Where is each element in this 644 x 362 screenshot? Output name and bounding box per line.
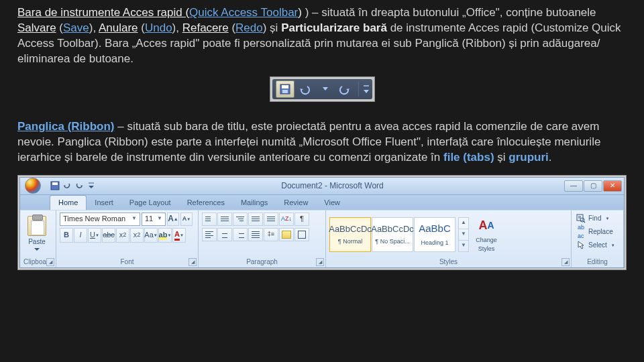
align-left-button[interactable] — [202, 228, 217, 241]
italic-button[interactable]: I — [74, 228, 87, 243]
find-icon — [576, 214, 586, 223]
paste-icon — [28, 216, 46, 236]
decrease-indent-button[interactable] — [248, 213, 263, 226]
styles-gallery-more[interactable]: ▲▼▼ — [458, 217, 469, 252]
font-size-combo[interactable]: 11▼ — [142, 213, 166, 226]
close-button[interactable]: ✕ — [603, 180, 622, 192]
svg-rect-5 — [52, 182, 58, 185]
paste-button[interactable]: Paste — [23, 213, 50, 255]
tab-view[interactable]: View — [316, 196, 348, 210]
font-color-button[interactable]: A▼ — [172, 228, 186, 243]
increase-indent-button[interactable] — [264, 213, 278, 226]
numbering-button[interactable] — [217, 213, 232, 226]
mini-undo-icon[interactable] — [62, 180, 72, 191]
strikethrough-button[interactable]: abc — [102, 228, 115, 243]
tab-page-layout[interactable]: Page Layout — [121, 196, 179, 210]
bold-button[interactable]: B — [60, 228, 73, 243]
bullets-button[interactable] — [202, 213, 217, 226]
qat-save-button[interactable] — [276, 80, 294, 98]
align-center-button[interactable] — [217, 228, 232, 241]
ribbon-figure: Document2 - Microsoft Word — ▢ ✕ Home In… — [17, 175, 627, 270]
underline-button[interactable]: U▼ — [88, 228, 101, 243]
paragraph-dialog-launcher[interactable]: ◢ — [316, 258, 324, 266]
qat-figure — [17, 76, 627, 102]
group-styles: AaBbCcDc¶ Normal AaBbCcDc¶ No Spaci... A… — [326, 210, 572, 267]
multilevel-button[interactable] — [233, 213, 248, 226]
borders-button[interactable] — [294, 228, 309, 241]
change-styles-button[interactable]: AA Change Styles — [472, 216, 501, 252]
show-hide-button[interactable]: ¶ — [294, 213, 309, 226]
chevron-down-icon — [34, 248, 40, 251]
group-paragraph: AZ↓ ¶ ‡≡ Paragraph ◢ — [199, 210, 326, 267]
tab-home[interactable]: Home — [50, 195, 87, 210]
tab-references[interactable]: References — [179, 196, 233, 210]
select-icon — [576, 241, 586, 250]
change-case-button[interactable]: Aa▼ — [144, 228, 158, 243]
tab-review[interactable]: Review — [276, 196, 316, 210]
mini-save-icon[interactable] — [50, 180, 60, 191]
superscript-button[interactable]: x2 — [130, 228, 144, 243]
tab-insert[interactable]: Insert — [87, 196, 121, 210]
grow-font-button[interactable]: A▲ — [167, 213, 179, 226]
qat-undo-dropdown[interactable] — [316, 80, 335, 98]
group-font: Times New Roman▼ 11▼ A▲ A▼ B I U▼ abc x2… — [56, 210, 199, 267]
group-clipboard: Paste Clipboard ◢ — [20, 210, 56, 267]
subscript-button[interactable]: x2 — [116, 228, 129, 243]
font-dialog-launcher[interactable]: ◢ — [189, 258, 197, 266]
minimize-button[interactable]: — — [564, 180, 583, 192]
svg-rect-2 — [282, 90, 288, 93]
qat-undo-button[interactable] — [296, 80, 315, 98]
paragraph-ribbon: Panglica (Ribbon) – situată sub bara de … — [17, 119, 627, 166]
office-button[interactable] — [20, 177, 46, 194]
line-spacing-button[interactable]: ‡≡ — [264, 228, 278, 241]
mini-redo-icon[interactable] — [74, 180, 85, 191]
replace-button[interactable]: abacReplace — [575, 226, 620, 238]
tab-mailings[interactable]: Mailings — [233, 196, 276, 210]
title-bar: Document2 - Microsoft Word — ▢ ✕ — [20, 178, 624, 195]
styles-dialog-launcher[interactable]: ◢ — [561, 258, 570, 266]
style-heading-1[interactable]: AaBbCHeading 1 — [414, 217, 455, 252]
document-title: Document2 - Microsoft Word — [101, 180, 564, 191]
ribbon-tabs: Home Insert Page Layout References Maili… — [20, 195, 624, 210]
shading-button[interactable] — [279, 228, 294, 241]
paragraph-qat: Bara de instrumente Acces rapid (Quick A… — [17, 5, 627, 67]
font-name-combo[interactable]: Times New Roman▼ — [60, 213, 140, 226]
sort-button[interactable]: AZ↓ — [279, 213, 294, 226]
change-styles-icon: AA — [477, 216, 496, 235]
style-no-spacing[interactable]: AaBbCcDc¶ No Spaci... — [372, 217, 413, 252]
shrink-font-button[interactable]: A▼ — [180, 213, 193, 226]
qat-customize-button[interactable] — [358, 82, 370, 97]
group-editing: Find▼ abacReplace Select▼ Editing — [572, 210, 624, 267]
align-right-button[interactable] — [233, 228, 248, 241]
clipboard-dialog-launcher[interactable]: ◢ — [46, 258, 54, 266]
svg-line-11 — [584, 221, 585, 223]
qat-redo-button[interactable] — [336, 80, 355, 98]
svg-rect-1 — [282, 85, 288, 88]
mini-customize-icon[interactable] — [86, 180, 97, 191]
replace-icon: abac — [576, 227, 586, 237]
select-button[interactable]: Select▼ — [575, 239, 620, 251]
highlight-button[interactable]: ab▼ — [158, 228, 172, 243]
maximize-button[interactable]: ▢ — [584, 180, 602, 192]
style-normal[interactable]: AaBbCcDc¶ Normal — [329, 217, 371, 252]
find-button[interactable]: Find▼ — [575, 213, 620, 225]
justify-button[interactable] — [248, 228, 263, 241]
